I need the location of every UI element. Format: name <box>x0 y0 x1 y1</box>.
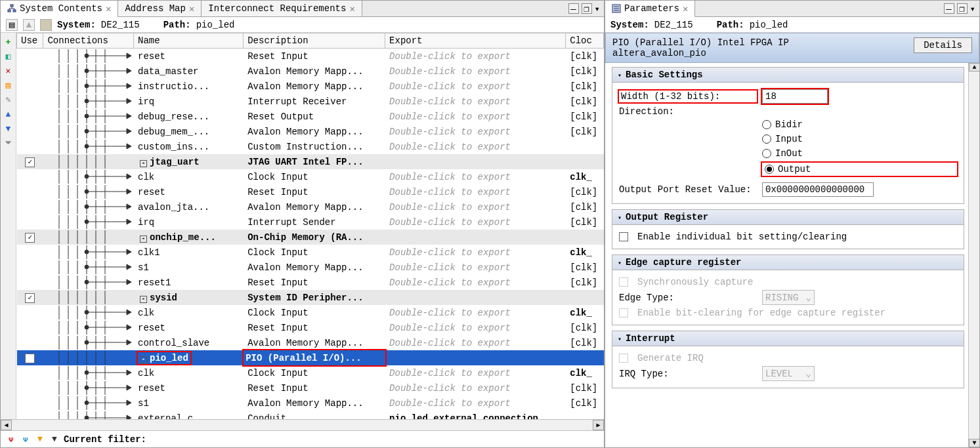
tab-interconnect-requirements[interactable]: Interconnect Requirements ✕ <box>202 1 362 16</box>
export-hint[interactable]: Double-click to export <box>389 368 511 378</box>
duplicate-icon[interactable]: ▤ <box>3 80 14 91</box>
table-row[interactable]: s1Avalon Memory Mapp...Double-click to e… <box>17 396 604 411</box>
table-row[interactable]: clkClock InputDouble-click to exportclk_ <box>17 169 604 184</box>
connection-diagram[interactable] <box>47 230 129 244</box>
export-hint[interactable]: Double-click to export <box>389 112 511 122</box>
close-icon[interactable]: ✕ <box>189 3 194 14</box>
tab-system-contents[interactable]: System Contents ✕ <box>1 1 118 17</box>
tab-menu-icon[interactable]: ▾ <box>595 3 600 14</box>
connection-diagram[interactable] <box>47 351 129 365</box>
details-button[interactable]: Details <box>914 37 972 53</box>
scroll-down-icon[interactable]: ▼ <box>969 439 979 447</box>
restore-icon[interactable]: ❐ <box>582 3 592 14</box>
table-row[interactable]: ✓-sysidSystem ID Peripher... <box>17 290 604 305</box>
connection-diagram[interactable] <box>47 155 129 169</box>
col-clock[interactable]: Cloc <box>566 33 604 49</box>
direction-radio-inout[interactable]: InOut <box>762 148 957 159</box>
collapse-icon[interactable]: - <box>140 356 147 363</box>
params-scroll[interactable]: Basic Settings Width (1-32 bits): Direct… <box>605 63 968 447</box>
export-hint[interactable]: Double-click to export <box>389 217 511 228</box>
table-row[interactable]: resetReset InputDouble-click to export[c… <box>17 184 604 199</box>
connection-diagram[interactable] <box>47 170 129 184</box>
scroll-right-icon[interactable]: ▶ <box>593 420 604 430</box>
filter-toggle-icon[interactable]: ⏷ <box>3 138 14 148</box>
funnel-icon[interactable]: ▼ <box>35 434 45 445</box>
export-hint[interactable]: Double-click to export <box>389 398 511 409</box>
export-hint[interactable]: Double-click to export <box>389 338 511 348</box>
add-icon[interactable]: + <box>3 37 14 47</box>
export-value[interactable]: pio_led_external_connection <box>389 413 538 420</box>
table-row[interactable]: debug_mem_...Avalon Memory Mapp...Double… <box>17 124 604 139</box>
connection-diagram[interactable] <box>47 94 129 108</box>
export-hint[interactable]: Double-click to export <box>389 187 511 197</box>
export-hint[interactable]: Double-click to export <box>389 172 511 182</box>
table-row[interactable]: s1Avalon Memory Mapp...Double-click to e… <box>17 260 604 275</box>
export-hint[interactable]: Double-click to export <box>389 323 511 333</box>
filter-dark-icon[interactable]: ▼ <box>49 434 60 445</box>
connection-diagram[interactable] <box>47 381 129 395</box>
component-icon[interactable]: ◧ <box>3 51 14 62</box>
export-hint[interactable]: Double-click to export <box>389 66 511 77</box>
h-scrollbar[interactable]: ◀ ▶ <box>1 419 604 430</box>
table-row[interactable]: resetReset InputDouble-click to export[c… <box>17 380 604 396</box>
table-row[interactable]: debug_rese...Reset OutputDouble-click to… <box>17 109 604 124</box>
connection-diagram[interactable] <box>47 366 129 380</box>
connection-diagram[interactable] <box>47 185 129 199</box>
connection-diagram[interactable] <box>47 245 129 259</box>
table-row[interactable]: control_slaveAvalon Memory Mapp...Double… <box>17 335 604 350</box>
width-input[interactable] <box>762 89 828 104</box>
group-header[interactable]: Edge capture register <box>612 255 964 270</box>
group-header[interactable]: Basic Settings <box>612 68 964 83</box>
move-down-icon[interactable]: ▼ <box>3 123 14 134</box>
table-row[interactable]: data_masterAvalon Memory Mapp...Double-c… <box>17 64 604 79</box>
col-export[interactable]: Export <box>385 33 566 49</box>
connection-diagram[interactable] <box>47 64 129 78</box>
minimize-icon[interactable]: ‒ <box>568 3 579 14</box>
connection-diagram[interactable] <box>47 306 129 319</box>
table-row[interactable]: clkClock InputDouble-click to exportclk_ <box>17 305 604 320</box>
scroll-up-icon[interactable]: ▲ <box>969 63 979 71</box>
collapse-icon[interactable]: - <box>140 235 147 243</box>
connection-diagram[interactable] <box>47 125 129 138</box>
col-use[interactable]: Use <box>17 33 43 49</box>
table-row[interactable]: external_c...Conduitpio_led_external_con… <box>17 411 604 419</box>
connection-diagram[interactable] <box>47 321 129 335</box>
table-row[interactable]: ✓-onchip_me...On-Chip Memory (RA... <box>17 230 604 245</box>
table-row[interactable]: resetReset InputDouble-click to export[c… <box>17 49 604 64</box>
tab-address-map[interactable]: Address Map ✕ <box>118 1 202 16</box>
export-hint[interactable]: Double-click to export <box>389 51 511 62</box>
module-icon[interactable] <box>40 19 52 31</box>
use-checkbox[interactable]: ✓ <box>25 354 35 363</box>
collapse-icon[interactable]: - <box>140 296 147 303</box>
group-header[interactable]: Output Register <box>612 210 964 225</box>
col-description[interactable]: Description <box>244 33 385 49</box>
scroll-left-icon[interactable]: ◀ <box>1 420 12 430</box>
export-hint[interactable]: Double-click to export <box>389 81 511 92</box>
v-scrollbar[interactable]: ▲ ▼ <box>968 63 979 447</box>
connection-diagram[interactable] <box>47 215 129 229</box>
close-icon[interactable]: ✕ <box>106 3 111 14</box>
tab-menu-icon[interactable]: ▾ <box>970 3 975 14</box>
enable-bit-checkbox[interactable] <box>619 232 628 241</box>
close-icon[interactable]: ✕ <box>683 3 688 14</box>
close-icon[interactable]: ✕ <box>349 3 354 14</box>
table-row[interactable]: ✓-jtag_uartJTAG UART Intel FP... <box>17 154 604 169</box>
restore-icon[interactable]: ❐ <box>957 3 968 14</box>
export-hint[interactable]: Double-click to export <box>389 277 511 288</box>
group-header[interactable]: Interrupt <box>612 331 964 346</box>
move-up-icon[interactable]: ▲ <box>3 109 14 119</box>
export-hint[interactable]: Double-click to export <box>389 202 511 213</box>
table-row[interactable]: clk1Clock InputDouble-click to exportclk… <box>17 245 604 260</box>
table-row[interactable]: ✓-pio_ledPIO (Parallel I/O)... <box>17 350 604 365</box>
use-checkbox[interactable]: ✓ <box>25 233 35 243</box>
use-checkbox[interactable]: ✓ <box>25 293 35 303</box>
table-row[interactable]: reset1Reset InputDouble-click to export[… <box>17 275 604 290</box>
direction-radio-bidir[interactable]: Bidir <box>762 119 957 130</box>
table-row[interactable]: custom_ins...Custom Instruction...Double… <box>17 139 604 154</box>
connection-diagram[interactable] <box>47 79 129 93</box>
table-row[interactable]: resetReset InputDouble-click to export[c… <box>17 320 604 335</box>
table-row[interactable]: irqInterrupt ReceiverDouble-click to exp… <box>17 94 604 109</box>
export-hint[interactable]: Double-click to export <box>389 247 511 258</box>
collapse-icon[interactable]: - <box>140 160 147 167</box>
export-hint[interactable]: Double-click to export <box>389 308 511 318</box>
